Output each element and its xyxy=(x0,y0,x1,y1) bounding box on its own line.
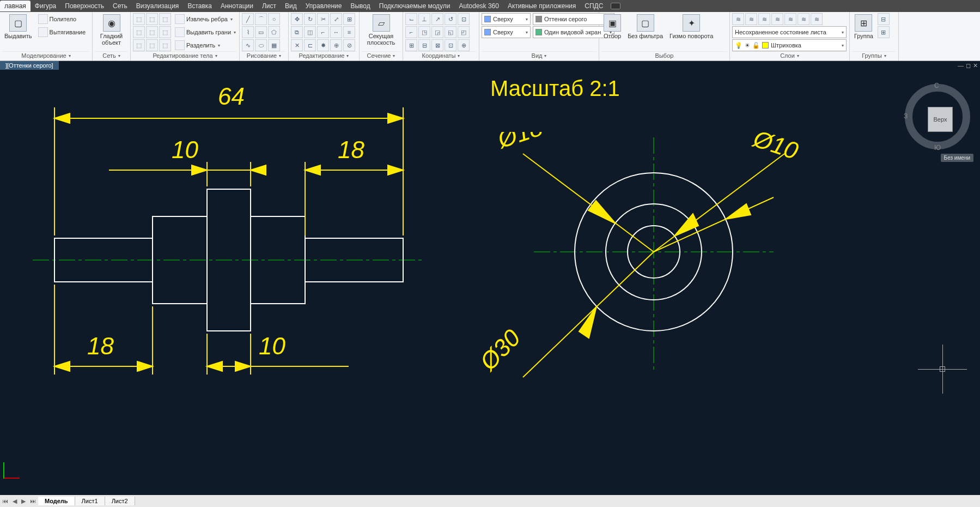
polysolid-button[interactable]: Политело xyxy=(36,13,88,25)
edit-icon[interactable]: ⬚ xyxy=(133,26,145,38)
close-icon[interactable]: ✕ xyxy=(973,62,978,69)
edit-icon[interactable]: ⬚ xyxy=(159,26,171,38)
scale-icon[interactable]: ⤢ xyxy=(330,13,342,25)
tab-nav-prev[interactable]: ◀ xyxy=(10,497,19,506)
break-icon[interactable]: ⊘ xyxy=(343,39,355,51)
tab-active[interactable]: Активные приложения xyxy=(503,1,580,11)
hatch-icon[interactable]: ▦ xyxy=(268,39,280,51)
join-icon[interactable]: ⊕ xyxy=(330,39,342,51)
edit-icon[interactable]: ⬚ xyxy=(159,39,171,51)
tab-nav-next[interactable]: ▶ xyxy=(19,497,28,506)
maximize-icon[interactable]: ◻ xyxy=(966,62,971,69)
group-sub-icon[interactable]: ⊞ xyxy=(878,26,890,38)
ucs-icon[interactable]: ⌙ xyxy=(405,13,417,25)
viewcube-noname[interactable]: Без имени xyxy=(941,154,973,162)
extrude-faces-button[interactable]: Выдавить грани xyxy=(173,26,238,38)
ucs-icon[interactable]: ◲ xyxy=(431,26,443,38)
ucs-icon[interactable]: ⊕ xyxy=(458,39,470,51)
line-icon[interactable]: ╱ xyxy=(242,13,254,25)
compass-w[interactable]: З xyxy=(904,112,908,120)
tab-sheet[interactable]: Лист xyxy=(258,1,281,11)
explode-icon[interactable]: ✸ xyxy=(317,39,329,51)
filter-button[interactable]: ▣Отбор xyxy=(601,13,623,40)
layer-icon[interactable]: ≋ xyxy=(758,13,770,25)
tab-annot[interactable]: Аннотации xyxy=(216,1,258,11)
tab-manage[interactable]: Управление xyxy=(301,1,346,11)
offset-icon[interactable]: ⊏ xyxy=(304,39,316,51)
view-cube[interactable]: Верх С Ю З xyxy=(905,84,970,149)
rect-icon[interactable]: ▭ xyxy=(255,26,267,38)
ucs-icon[interactable]: ⊟ xyxy=(418,39,430,51)
presspull-button[interactable]: Вытягивание xyxy=(36,26,88,38)
panel-title-coords[interactable]: Координаты xyxy=(405,51,477,59)
panel-title-mesh[interactable]: Сеть xyxy=(95,51,128,59)
copy-icon[interactable]: ⧉ xyxy=(291,26,303,38)
trim-icon[interactable]: ✂ xyxy=(317,13,329,25)
stretch-icon[interactable]: ↔ xyxy=(330,26,342,38)
edit-icon[interactable]: ⬚ xyxy=(159,13,171,25)
tab-insert[interactable]: Вставка xyxy=(183,1,216,11)
erase-icon[interactable]: ✕ xyxy=(291,39,303,51)
edit-icon[interactable]: ⬚ xyxy=(146,39,158,51)
panel-title-layers[interactable]: Слои xyxy=(732,51,847,59)
ucs-icon[interactable]: ◳ xyxy=(418,26,430,38)
camera-icon[interactable] xyxy=(611,3,620,9)
layer-combo[interactable]: 💡☀🔓Штриховка xyxy=(732,39,847,51)
layer-icon[interactable]: ≋ xyxy=(798,13,809,25)
tab-figure[interactable]: Фигура xyxy=(31,1,60,11)
view-combo-1[interactable]: Сверху xyxy=(482,13,531,25)
edit-icon[interactable]: ⬚ xyxy=(133,39,145,51)
view-combo-2[interactable]: Сверху xyxy=(482,26,531,38)
edit-icon[interactable]: ⬚ xyxy=(133,13,145,25)
layerstate-combo[interactable]: Несохраненное состояние листа xyxy=(732,26,847,38)
panel-title-modeling[interactable]: Моделирование xyxy=(2,51,90,59)
layout-tab-sheet2[interactable]: Лист2 xyxy=(105,497,135,505)
fillet-icon[interactable]: ⌐ xyxy=(317,26,329,38)
ucs-icon[interactable]: ⊡ xyxy=(458,13,470,25)
tab-nav-last[interactable]: ⏭ xyxy=(28,497,38,505)
align-icon[interactable]: ≡ xyxy=(343,26,355,38)
panel-title-modify[interactable]: Редактирование xyxy=(291,51,357,59)
ucs-icon[interactable]: ◱ xyxy=(445,26,456,38)
tab-spds[interactable]: СПДС xyxy=(580,1,607,11)
arc-icon[interactable]: ⌒ xyxy=(255,13,267,25)
edit-icon[interactable]: ⬚ xyxy=(146,13,158,25)
tab-main[interactable]: лавная xyxy=(0,1,31,11)
edit-icon[interactable]: ⬚ xyxy=(146,26,158,38)
split-button[interactable]: Разделить xyxy=(173,39,238,51)
tab-visual[interactable]: Визуализация xyxy=(132,1,184,11)
extract-edges-button[interactable]: Извлечь ребра xyxy=(173,13,238,25)
layer-icon[interactable]: ≋ xyxy=(811,13,823,25)
mirror-icon[interactable]: ◫ xyxy=(304,26,316,38)
poly-icon[interactable]: ⬠ xyxy=(268,26,280,38)
ucs-icon[interactable]: ⊥ xyxy=(418,13,430,25)
tab-nav-first[interactable]: ⏮ xyxy=(0,497,10,505)
gizmo-button[interactable]: ✦Гизмо поворота xyxy=(667,13,715,40)
layer-icon[interactable]: ≋ xyxy=(745,13,757,25)
smooth-button[interactable]: ◉Гладкий объект xyxy=(95,13,128,47)
layout-tab-sheet1[interactable]: Лист1 xyxy=(75,497,105,505)
ucs-icon[interactable] xyxy=(3,460,22,479)
tab-mesh[interactable]: Сеть xyxy=(108,1,132,11)
section-plane-button[interactable]: ▱Секущая плоскость xyxy=(362,13,400,47)
ucs-icon[interactable]: ◰ xyxy=(458,26,470,38)
ucs-icon[interactable]: ⌐ xyxy=(405,26,417,38)
tab-output[interactable]: Вывод xyxy=(346,1,374,11)
group-sub-icon[interactable]: ⊟ xyxy=(878,13,890,25)
layout-tab-model[interactable]: Модель xyxy=(38,497,75,505)
layer-icon[interactable]: ≋ xyxy=(732,13,744,25)
layer-icon[interactable]: ≋ xyxy=(771,13,783,25)
ucs-icon[interactable]: ⊠ xyxy=(431,39,443,51)
tab-plugins[interactable]: Подключаемые модули xyxy=(375,1,455,11)
viewcube-face-top[interactable]: Верх xyxy=(928,107,953,132)
group-button[interactable]: ⊞Группа xyxy=(852,13,875,40)
rotate-icon[interactable]: ↻ xyxy=(304,13,316,25)
array-icon[interactable]: ⊞ xyxy=(343,13,355,25)
drawing-area[interactable]: ][Оттенки серого] — ◻ ✕ Масштаб 2:1 xyxy=(0,61,980,495)
panel-title-section[interactable]: Сечение xyxy=(362,51,400,59)
minimize-icon[interactable]: — xyxy=(958,62,964,69)
tab-a360[interactable]: Autodesk 360 xyxy=(455,1,503,11)
tab-view[interactable]: Вид xyxy=(281,1,301,11)
move-icon[interactable]: ✥ xyxy=(291,13,303,25)
spline-icon[interactable]: ∿ xyxy=(242,39,254,51)
